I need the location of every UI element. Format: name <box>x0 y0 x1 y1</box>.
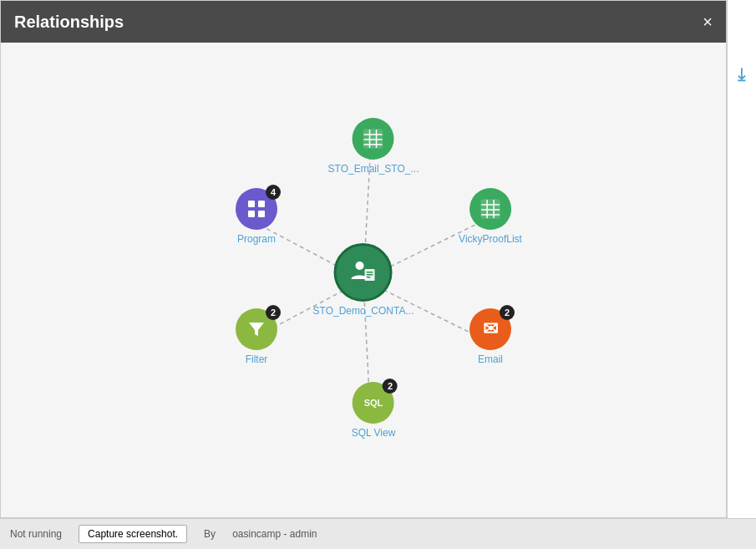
filter-circle: 2 <box>236 308 277 350</box>
modal-body: STO_Demo_CONTA... STO_Em <box>1 43 726 517</box>
side-panel-icon[interactable]: ⇥ <box>731 67 753 82</box>
capture-button[interactable]: Capture screenshot. <box>79 525 187 543</box>
relationships-modal: Relationships × <box>0 0 727 518</box>
vicky-label: VickyProofList <box>459 233 522 245</box>
status-text: Not running <box>10 528 62 540</box>
satellite-email[interactable]: ✉ 2 Email <box>469 308 511 365</box>
email-badge: 2 <box>500 305 515 320</box>
svg-rect-24 <box>258 201 265 207</box>
email-circle: ✉ 2 <box>469 308 511 350</box>
program-badge: 4 <box>266 185 281 200</box>
filter-badge: 2 <box>266 305 281 320</box>
sto-email-circle <box>353 118 394 160</box>
satellite-filter[interactable]: 2 Filter <box>236 308 277 365</box>
center-node-circle <box>334 243 393 302</box>
svg-point-6 <box>356 262 364 270</box>
center-node-icon <box>348 257 378 287</box>
email-label: Email <box>478 353 503 365</box>
vicky-circle <box>469 188 511 230</box>
side-panel: ⇥ <box>727 0 756 518</box>
center-node[interactable]: STO_Demo_CONTA... <box>313 243 414 317</box>
bottom-bar: Not running Capture screenshot. By oasin… <box>0 518 756 549</box>
sql-label: SQL View <box>352 427 396 439</box>
svg-rect-9 <box>367 274 373 276</box>
svg-rect-10 <box>367 277 371 278</box>
filter-icon <box>246 319 266 339</box>
modal-overlay: Relationships × <box>0 0 756 549</box>
modal-title: Relationships <box>14 13 124 32</box>
filter-label: Filter <box>246 353 268 365</box>
satellite-sql[interactable]: SQL 2 SQL View <box>352 382 396 439</box>
user-label: oasincamp - admin <box>232 528 317 540</box>
satellite-sto-email[interactable]: STO_Email_STO_... <box>328 118 419 175</box>
relationship-diagram: STO_Demo_CONTA... STO_Em <box>196 121 530 439</box>
satellite-vicky[interactable]: VickyProofList <box>459 188 522 245</box>
by-label: By <box>204 528 216 540</box>
program-icon <box>246 198 267 220</box>
table-icon-2 <box>479 198 501 220</box>
svg-rect-25 <box>248 211 255 217</box>
sql-badge: 2 <box>383 379 398 394</box>
modal-header: Relationships × <box>1 1 726 43</box>
sql-circle: SQL 2 <box>353 382 394 424</box>
program-label: Program <box>237 233 276 245</box>
table-icon <box>363 128 384 150</box>
close-button[interactable]: × <box>703 13 713 30</box>
svg-rect-23 <box>248 201 255 207</box>
sto-email-label: STO_Email_STO_... <box>328 163 419 175</box>
svg-rect-8 <box>367 272 373 273</box>
center-node-label: STO_Demo_CONTA... <box>313 305 414 317</box>
satellite-program[interactable]: 4 Program <box>236 188 277 245</box>
svg-rect-26 <box>258 211 265 217</box>
program-circle: 4 <box>236 188 277 230</box>
